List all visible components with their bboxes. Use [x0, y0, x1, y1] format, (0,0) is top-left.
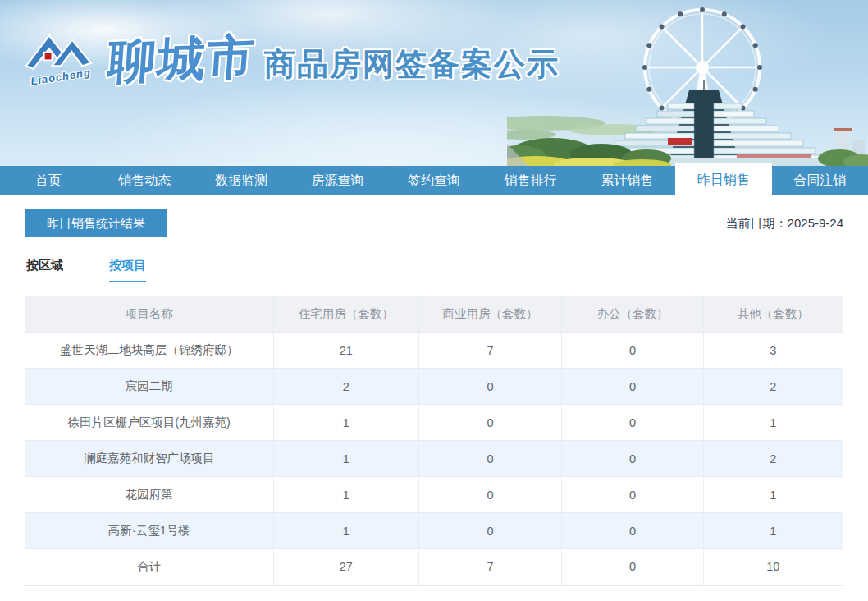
cell-project-name: 徐田片区棚户区项目(九州嘉苑) — [25, 405, 274, 441]
table-row: 高新·云玺1号楼 1 0 0 1 — [25, 513, 843, 549]
cell-office: 0 — [562, 513, 703, 549]
nav-item-contract-cancellation[interactable]: 合同注销 — [772, 166, 868, 195]
nav-item-home[interactable]: 首页 — [0, 166, 97, 195]
cell-office: 0 — [562, 369, 703, 405]
main-content: 昨日销售统计结果 当前日期：2025-9-24 按区域 按项目 项目名称 住宅用… — [0, 209, 868, 586]
current-date-label: 当前日期： — [726, 216, 788, 230]
site-title: 商品房网签备案公示 — [264, 48, 560, 83]
table-row: 澜庭嘉苑和财智广场项目 1 0 0 2 — [25, 441, 843, 477]
cell-office: 0 — [562, 441, 703, 477]
cell-commercial: 0 — [418, 405, 561, 441]
city-name-calligraphy: 聊城市 — [107, 33, 258, 85]
cell-office: 0 — [562, 333, 703, 369]
cell-total-residential: 27 — [273, 549, 418, 585]
banner-scene-illustration — [507, 0, 868, 166]
cell-residential: 21 — [273, 333, 418, 369]
brand: Liaocheng 聊城市 商品房网签备案公示 — [25, 28, 560, 83]
cell-total-label: 合计 — [25, 549, 274, 585]
cell-commercial: 0 — [418, 477, 561, 513]
nav-item-cumulative-sales[interactable]: 累计销售 — [578, 166, 675, 195]
tab-by-project[interactable]: 按项目 — [109, 258, 146, 282]
cell-project-name: 盛世天湖二地块高层（锦绣府邸） — [25, 333, 274, 369]
cell-other: 2 — [703, 441, 843, 477]
cell-other: 1 — [703, 405, 843, 441]
toolbar-row: 昨日销售统计结果 当前日期：2025-9-24 — [25, 209, 843, 237]
cell-commercial: 0 — [418, 441, 561, 477]
col-header-project-name: 项目名称 — [25, 296, 274, 333]
cell-residential: 1 — [273, 477, 418, 513]
nav-item-housing-search[interactable]: 房源查询 — [290, 166, 386, 195]
site-logo: Liaocheng — [25, 28, 97, 83]
cell-project-name: 高新·云玺1号楼 — [25, 513, 274, 549]
sales-stats-table: 项目名称 住宅用房（套数） 商业用房（套数） 办公（套数） 其他（套数） 盛世天… — [25, 296, 843, 586]
cell-commercial: 0 — [418, 369, 561, 405]
col-header-office-units: 办公（套数） — [562, 296, 703, 333]
page: Liaocheng 聊城市 商品房网签备案公示 首页 销售动态 数据监测 房源查… — [0, 0, 868, 601]
cell-residential: 1 — [273, 441, 418, 477]
nav-item-sales-ranking[interactable]: 销售排行 — [482, 166, 579, 195]
table-row: 盛世天湖二地块高层（锦绣府邸） 21 7 0 3 — [25, 333, 843, 369]
cell-residential: 1 — [273, 405, 418, 441]
table-row: 宸园二期 2 0 0 2 — [25, 369, 843, 405]
nav-item-sales-dynamics[interactable]: 销售动态 — [97, 166, 194, 195]
tab-by-region[interactable]: 按区域 — [26, 258, 63, 282]
current-date: 当前日期：2025-9-24 — [726, 216, 843, 232]
cell-commercial: 7 — [418, 333, 561, 369]
cell-total-office: 0 — [562, 549, 703, 585]
col-header-commercial-units: 商业用房（套数） — [418, 296, 561, 333]
current-date-value: 2025-9-24 — [788, 216, 843, 230]
table-header-row: 项目名称 住宅用房（套数） 商业用房（套数） 办公（套数） 其他（套数） — [25, 296, 843, 333]
cell-project-name: 花园府第 — [25, 477, 274, 513]
nav-item-yesterday-sales[interactable]: 昨日销售 — [675, 163, 772, 195]
table-row: 徐田片区棚户区项目(九州嘉苑) 1 0 0 1 — [25, 405, 843, 441]
cell-residential: 1 — [273, 513, 418, 549]
col-header-residential-units: 住宅用房（套数） — [273, 296, 418, 333]
cell-office: 0 — [562, 405, 703, 441]
table-row: 花园府第 1 0 0 1 — [25, 477, 843, 513]
nav-item-data-monitoring[interactable]: 数据监测 — [193, 166, 290, 195]
cell-total-commercial: 7 — [418, 549, 561, 585]
col-header-other-units: 其他（套数） — [703, 296, 843, 333]
cell-residential: 2 — [273, 369, 418, 405]
cell-project-name: 澜庭嘉苑和财智广场项目 — [25, 441, 274, 477]
main-nav: 首页 销售动态 数据监测 房源查询 签约查询 销售排行 累计销售 昨日销售 合同… — [0, 166, 868, 195]
yesterday-sales-stats-button[interactable]: 昨日销售统计结果 — [25, 209, 167, 237]
table-totals-row: 合计 27 7 0 10 — [25, 549, 843, 585]
cell-other: 3 — [703, 333, 843, 369]
nav-item-signing-search[interactable]: 签约查询 — [386, 166, 482, 195]
cell-other: 2 — [703, 369, 843, 405]
cell-project-name: 宸园二期 — [25, 369, 274, 405]
site-banner: Liaocheng 聊城市 商品房网签备案公示 — [0, 0, 868, 166]
cell-other: 1 — [703, 513, 843, 549]
view-tabs: 按区域 按项目 — [25, 258, 843, 282]
cell-office: 0 — [562, 477, 703, 513]
cell-other: 1 — [703, 477, 843, 513]
cell-commercial: 0 — [418, 513, 561, 549]
cell-total-other: 10 — [703, 549, 843, 585]
